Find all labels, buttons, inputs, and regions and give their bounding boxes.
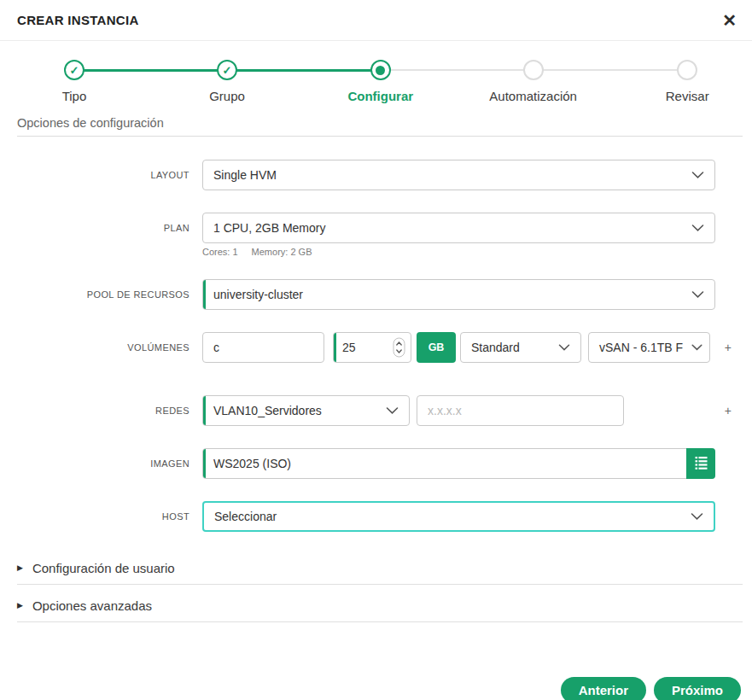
host-row: HOST Seleccionar (0, 501, 752, 532)
chevron-down-icon (691, 225, 704, 232)
step-label: Automatización (489, 89, 577, 103)
plan-select-value: 1 CPU, 2GB Memory (213, 221, 325, 235)
image-field (202, 448, 715, 479)
layout-row: LAYOUT Single HVM (0, 160, 752, 190)
step-pending-dot (523, 60, 544, 80)
dialog-footer: Anterior Próximo (0, 677, 752, 700)
wizard-stepper: ✓ Tipo ✓ Grupo Configurar Automatización… (0, 48, 752, 106)
next-button[interactable]: Próximo (654, 677, 741, 700)
networks-row: REDES VLAN10_Servidores + (0, 395, 752, 426)
volume-type-value: Standard (471, 341, 520, 354)
plan-hint: Cores: 1 Memory: 2 GB (202, 247, 752, 257)
image-row: IMAGEN (0, 448, 752, 479)
triangle-right-icon: ▶ (17, 564, 23, 572)
volume-unit-button[interactable]: GB (417, 332, 456, 363)
volumes-label: VOLÚMENES (0, 342, 202, 353)
add-network-button[interactable]: + (725, 405, 732, 417)
plan-label: PLAN (0, 223, 202, 233)
chevron-down-icon (558, 344, 570, 351)
host-label: HOST (0, 511, 202, 522)
layout-label: LAYOUT (0, 170, 202, 180)
chevron-down-icon (691, 291, 704, 299)
step-pending-dot (677, 60, 697, 80)
step-complete-dot: ✓ (217, 60, 237, 80)
image-browse-button[interactable] (686, 448, 715, 479)
network-select[interactable]: VLAN10_Servidores (202, 395, 410, 426)
section-title: Opciones de configuración (17, 116, 743, 137)
current-step-core (376, 66, 385, 75)
image-label: IMAGEN (0, 458, 202, 469)
chevron-down-icon (386, 407, 399, 415)
step-complete-dot: ✓ (64, 60, 85, 80)
step-revisar[interactable]: Revisar (615, 60, 752, 103)
image-input[interactable] (203, 449, 714, 478)
layout-select-value: Single HVM (213, 168, 277, 182)
step-label: Configurar (347, 89, 413, 103)
list-icon (693, 454, 709, 473)
chevron-down-icon (691, 344, 702, 351)
network-ip-input[interactable] (417, 395, 624, 426)
close-icon[interactable]: ✕ (722, 12, 737, 29)
plan-select[interactable]: 1 CPU, 2GB Memory (202, 213, 715, 243)
resource-pool-label: POOL DE RECURSOS (0, 289, 202, 300)
step-current-dot (370, 60, 391, 80)
check-icon: ✓ (223, 65, 232, 76)
layout-select[interactable]: Single HVM (202, 160, 715, 190)
configure-form: LAYOUT Single HVM PLAN 1 CPU, 2GB Memory… (0, 160, 752, 532)
user-config-accordion[interactable]: ▶ Configuración de usuario (17, 547, 743, 585)
previous-button[interactable]: Anterior (561, 677, 646, 700)
host-select[interactable]: Seleccionar (202, 501, 715, 532)
triangle-right-icon: ▶ (17, 602, 23, 610)
plan-cores-hint: Cores: 1 (202, 247, 238, 257)
advanced-options-accordion[interactable]: ▶ Opciones avanzadas (17, 585, 743, 622)
step-tipo[interactable]: ✓ Tipo (2, 60, 147, 103)
resource-pool-row: POOL DE RECURSOS university-cluster (0, 279, 752, 310)
volume-name-input[interactable] (202, 332, 324, 363)
accordion-label: Opciones avanzadas (32, 598, 152, 613)
number-stepper[interactable] (393, 337, 405, 358)
chevron-down-icon (691, 513, 703, 521)
step-label: Revisar (666, 89, 709, 103)
step-label: Tipo (62, 89, 87, 103)
plan-memory-hint: Memory: 2 GB (252, 247, 312, 257)
create-instance-dialog: CREAR INSTANCIA ✕ ✓ Tipo ✓ Grupo Configu… (0, 0, 752, 700)
step-configurar[interactable]: Configurar (308, 60, 453, 103)
step-label: Grupo (209, 89, 245, 103)
volumes-row: VOLÚMENES GB Standard (0, 332, 752, 363)
accordion-label: Configuración de usuario (32, 561, 175, 575)
volume-size-field (333, 332, 411, 363)
host-select-value: Seleccionar (214, 510, 277, 523)
volume-datastore-select[interactable]: vSAN - 6.1TB F (588, 332, 710, 363)
chevron-down-icon (691, 172, 704, 179)
networks-label: REDES (0, 405, 202, 416)
resource-pool-value: university-cluster (213, 288, 303, 301)
add-volume-button[interactable]: + (725, 341, 732, 353)
volume-type-select[interactable]: Standard (460, 332, 581, 363)
step-automatizacion[interactable]: Automatización (461, 60, 606, 103)
dialog-header: CREAR INSTANCIA ✕ (0, 0, 752, 41)
resource-pool-select[interactable]: university-cluster (202, 279, 715, 310)
network-select-value: VLAN10_Servidores (213, 404, 322, 417)
dialog-title: CREAR INSTANCIA (17, 13, 139, 27)
step-grupo[interactable]: ✓ Grupo (154, 60, 300, 103)
volume-datastore-value: vSAN - 6.1TB F (599, 341, 683, 354)
check-icon: ✓ (70, 65, 79, 76)
plan-row: PLAN 1 CPU, 2GB Memory (0, 213, 752, 243)
